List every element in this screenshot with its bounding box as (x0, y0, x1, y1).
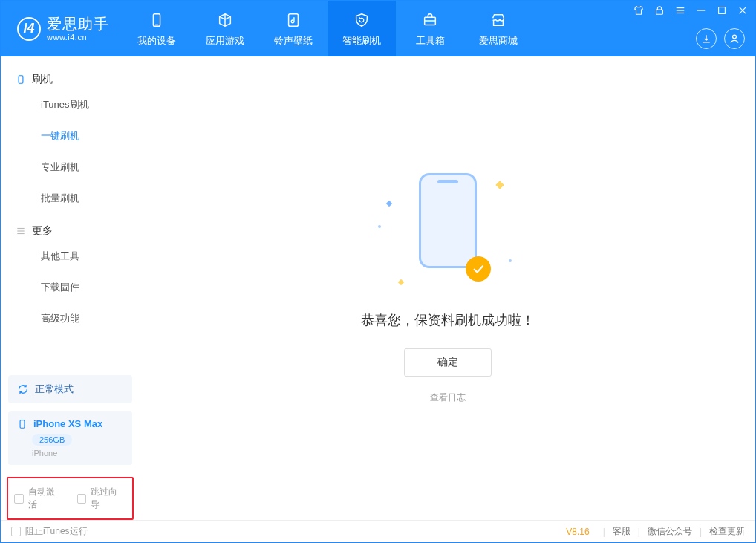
main-tabs: 我的设备 应用游戏 铃声壁纸 智能刷机 (123, 1, 532, 56)
sidebar: 刷机 iTunes刷机 一键刷机 专业刷机 批量刷机 更多 其他工具 下载固件 … (1, 56, 140, 520)
toolbox-icon (420, 10, 440, 30)
svg-point-12 (733, 35, 737, 39)
store-icon (489, 10, 508, 30)
tab-device[interactable]: 我的设备 (123, 1, 191, 56)
sidebar-item-adv[interactable]: 高级功能 (1, 303, 140, 334)
logo[interactable]: i4 爱思助手 www.i4.cn (1, 1, 123, 56)
main-content: 恭喜您，保资料刷机成功啦！ 确定 查看日志 (140, 56, 755, 520)
sidebar-item-batch[interactable]: 批量刷机 (1, 183, 140, 214)
tab-apps[interactable]: 应用游戏 (191, 1, 259, 56)
shirt-icon[interactable] (633, 5, 644, 16)
sidebar-item-itunes[interactable]: iTunes刷机 (1, 89, 140, 120)
view-log-link[interactable]: 查看日志 (430, 391, 466, 404)
window-controls (633, 5, 748, 16)
logo-icon: i4 (17, 17, 41, 41)
sidebar-item-oneclick[interactable]: 一键刷机 (1, 120, 140, 152)
music-file-icon (284, 10, 303, 30)
tab-store[interactable]: 爱思商城 (464, 1, 532, 56)
dot-icon (509, 259, 512, 262)
sidebar-group-more: 更多 (1, 214, 140, 241)
tab-ring[interactable]: 铃声壁纸 (259, 1, 328, 56)
sparkle-icon (398, 279, 404, 284)
tab-label: 铃声壁纸 (274, 34, 313, 48)
success-illustration (374, 173, 522, 292)
tab-tools[interactable]: 工具箱 (396, 1, 464, 56)
svg-rect-13 (19, 76, 23, 84)
sidebar-group-flash: 刷机 (1, 62, 140, 89)
check-block-itunes[interactable]: 阻止iTunes运行 (11, 525, 88, 538)
app-window: i4 爱思助手 www.i4.cn 我的设备 应用游戏 (0, 0, 756, 543)
tab-label: 我的设备 (137, 34, 176, 48)
check-auto-activate[interactable]: 自动激活 (14, 486, 64, 511)
device-capacity: 256GB (32, 434, 72, 446)
checkbox-icon (77, 494, 87, 504)
refresh-icon (17, 383, 29, 395)
device-type: iPhone (32, 449, 123, 458)
version-label: V8.16 (566, 527, 589, 537)
svg-rect-9 (719, 7, 726, 14)
update-link[interactable]: 检查更新 (709, 525, 745, 538)
user-button[interactable] (724, 28, 745, 49)
success-message: 恭喜您，保资料刷机成功啦！ (361, 311, 535, 329)
check-badge-icon (466, 256, 491, 282)
maximize-button[interactable] (717, 5, 727, 16)
sidebar-item-other[interactable]: 其他工具 (1, 241, 140, 272)
status-bar: 阻止iTunes运行 V8.16 | 客服 | 微信公众号 | 检查更新 (1, 520, 755, 542)
body: 刷机 iTunes刷机 一键刷机 专业刷机 批量刷机 更多 其他工具 下载固件 … (1, 56, 755, 520)
sidebar-bottom: 正常模式 iPhone XS Max 256GB iPhone (1, 368, 140, 472)
svg-rect-17 (20, 420, 25, 428)
svg-rect-2 (289, 13, 299, 26)
sparkle-icon (386, 200, 392, 206)
ok-button[interactable]: 确定 (404, 348, 492, 377)
tab-flash[interactable]: 智能刷机 (328, 1, 396, 56)
menu-icon[interactable] (675, 5, 685, 16)
phone-small-icon (17, 419, 27, 429)
dot-icon (378, 225, 381, 228)
minimize-button[interactable] (696, 5, 706, 16)
tab-label: 智能刷机 (342, 34, 381, 48)
sidebar-item-pro[interactable]: 专业刷机 (1, 152, 140, 183)
header-actions (696, 28, 745, 49)
device-name: iPhone XS Max (33, 418, 102, 429)
support-link[interactable]: 客服 (613, 525, 630, 538)
shield-refresh-icon (352, 10, 371, 30)
svg-rect-4 (656, 10, 663, 14)
tab-label: 应用游戏 (206, 34, 244, 48)
close-button[interactable] (737, 5, 748, 16)
header: i4 爱思助手 www.i4.cn 我的设备 应用游戏 (1, 1, 755, 56)
download-button[interactable] (696, 28, 717, 49)
checkbox-icon (11, 527, 21, 536)
sparkle-icon (495, 181, 504, 189)
tab-label: 爱思商城 (479, 34, 518, 48)
app-url: www.i4.cn (47, 33, 109, 42)
phone-small-icon (16, 74, 26, 85)
sidebar-item-fw[interactable]: 下载固件 (1, 272, 140, 303)
device-card[interactable]: iPhone XS Max 256GB iPhone (8, 411, 132, 465)
phone-illustration-icon (419, 173, 477, 268)
list-icon (16, 226, 26, 236)
lock-icon[interactable] (654, 5, 665, 16)
app-name: 爱思助手 (47, 16, 109, 33)
checkbox-icon (14, 494, 24, 504)
check-skip-guide[interactable]: 跳过向导 (77, 486, 127, 511)
wechat-link[interactable]: 微信公众号 (648, 525, 692, 538)
tab-label: 工具箱 (416, 34, 445, 48)
mode-label: 正常模式 (35, 383, 74, 396)
highlighted-checks: 自动激活 跳过向导 (7, 477, 134, 520)
mode-card[interactable]: 正常模式 (8, 375, 132, 403)
cube-icon (215, 10, 235, 30)
phone-icon (147, 10, 166, 30)
